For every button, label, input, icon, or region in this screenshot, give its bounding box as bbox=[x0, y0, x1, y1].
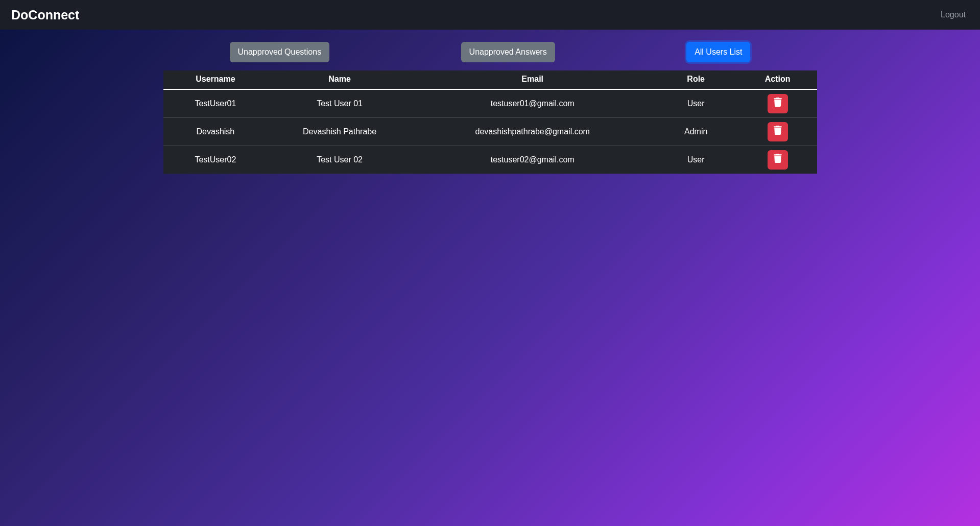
tab-all-users-list[interactable]: All Users List bbox=[686, 42, 750, 62]
cell-action bbox=[738, 146, 817, 174]
brand-title[interactable]: DoConnect bbox=[11, 8, 79, 22]
main-content: Unapproved Questions Unapproved Answers … bbox=[163, 30, 817, 174]
cell-name: Test User 01 bbox=[268, 89, 412, 118]
cell-username: TestUser02 bbox=[163, 146, 268, 174]
delete-button[interactable] bbox=[768, 150, 788, 170]
logout-link[interactable]: Logout bbox=[941, 10, 966, 19]
cell-email: testuser01@gmail.com bbox=[412, 89, 654, 118]
cell-username: Devashish bbox=[163, 118, 268, 146]
col-header-email: Email bbox=[412, 70, 654, 89]
cell-role: User bbox=[653, 89, 738, 118]
cell-role: Admin bbox=[653, 118, 738, 146]
cell-email: devashishpathrabe@gmail.com bbox=[412, 118, 654, 146]
delete-button[interactable] bbox=[768, 122, 788, 141]
col-header-role: Role bbox=[653, 70, 738, 89]
cell-username: TestUser01 bbox=[163, 89, 268, 118]
col-header-name: Name bbox=[268, 70, 412, 89]
table-header-row: Username Name Email Role Action bbox=[163, 70, 817, 89]
tab-row: Unapproved Questions Unapproved Answers … bbox=[163, 42, 817, 62]
trash-icon bbox=[774, 154, 782, 166]
cell-action bbox=[738, 118, 817, 146]
table-row: TestUser02Test User 02testuser02@gmail.c… bbox=[163, 146, 817, 174]
cell-name: Devashish Pathrabe bbox=[268, 118, 412, 146]
users-table: Username Name Email Role Action TestUser… bbox=[163, 70, 817, 174]
cell-action bbox=[738, 89, 817, 118]
trash-icon bbox=[774, 126, 782, 138]
tab-unapproved-answers[interactable]: Unapproved Answers bbox=[461, 42, 555, 62]
cell-role: User bbox=[653, 146, 738, 174]
col-header-username: Username bbox=[163, 70, 268, 89]
tab-unapproved-questions[interactable]: Unapproved Questions bbox=[230, 42, 330, 62]
table-row: TestUser01Test User 01testuser01@gmail.c… bbox=[163, 89, 817, 118]
cell-name: Test User 02 bbox=[268, 146, 412, 174]
cell-email: testuser02@gmail.com bbox=[412, 146, 654, 174]
col-header-action: Action bbox=[738, 70, 817, 89]
table-row: DevashishDevashish Pathrabedevashishpath… bbox=[163, 118, 817, 146]
trash-icon bbox=[774, 98, 782, 110]
navbar: DoConnect Logout bbox=[0, 0, 980, 30]
delete-button[interactable] bbox=[768, 94, 788, 113]
